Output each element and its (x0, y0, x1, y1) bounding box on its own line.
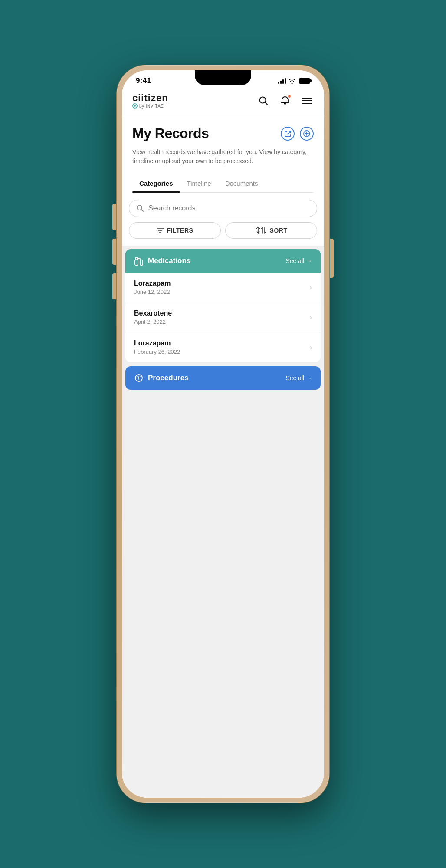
phone-frame: 9:41 (117, 65, 329, 803)
search-filter-section: FILTERS (122, 193, 324, 246)
medications-title: Medications (148, 256, 190, 265)
logo-sub-text: by INVITAE (139, 104, 164, 108)
main-content: My Records (122, 115, 324, 798)
svg-rect-16 (135, 260, 138, 265)
page-description: View health records we have gathered for… (132, 148, 314, 166)
sort-button[interactable]: SORT (225, 222, 317, 239)
wifi-icon (289, 78, 295, 84)
procedures-icon (134, 373, 144, 383)
record-date: February 26, 2022 (134, 349, 180, 355)
record-name: Lorazapam (134, 339, 180, 347)
battery-icon (299, 78, 310, 84)
record-date: June 12, 2022 (134, 289, 171, 295)
tab-documents[interactable]: Documents (218, 174, 265, 192)
logo-circle-icon (132, 103, 138, 108)
table-row[interactable]: Lorazapam February 26, 2022 › (125, 332, 321, 362)
status-bar: 9:41 (122, 70, 324, 89)
search-input[interactable] (148, 204, 310, 212)
page-title: My Records (132, 125, 209, 141)
procedures-section: Procedures See all → (125, 366, 321, 390)
logo-subtitle: by INVITAE (132, 103, 168, 108)
table-row[interactable]: Lorazapam June 12, 2022 › (125, 273, 321, 302)
menu-button[interactable] (300, 94, 314, 108)
tab-timeline[interactable]: Timeline (180, 174, 218, 192)
filters-button[interactable]: FILTERS (129, 222, 221, 239)
status-time: 9:41 (136, 76, 151, 85)
tabs-row: Categories Timeline Documents (132, 174, 314, 193)
svg-line-1 (265, 102, 268, 105)
notification-button[interactable] (278, 94, 292, 108)
add-record-button[interactable] (300, 127, 314, 141)
medications-icon (134, 256, 144, 266)
medications-see-all[interactable]: See all → (285, 257, 312, 264)
app-screen: 9:41 (122, 70, 324, 798)
filter-sort-row: FILTERS (129, 222, 317, 239)
export-button[interactable] (281, 127, 295, 141)
record-date: April 2, 2022 (134, 319, 172, 325)
svg-rect-18 (140, 260, 143, 265)
procedures-header[interactable]: Procedures See all → (125, 366, 321, 390)
medications-section: Medications See all → Lorazapam June 12,… (125, 249, 321, 362)
signal-icon (278, 78, 286, 84)
procedures-see-all[interactable]: See all → (285, 375, 312, 381)
search-bar[interactable] (129, 200, 317, 217)
svg-line-9 (141, 210, 144, 212)
status-icons (278, 78, 310, 84)
record-name: Lorazapam (134, 279, 171, 287)
page-title-row: My Records (132, 125, 314, 141)
search-button[interactable] (256, 94, 270, 108)
nav-bar: ciitizen by INVITAE (122, 89, 324, 115)
tab-categories[interactable]: Categories (132, 174, 180, 192)
table-row[interactable]: Bexarotene April 2, 2022 › (125, 302, 321, 332)
title-actions (281, 127, 314, 141)
record-name: Bexarotene (134, 309, 172, 317)
procedures-title: Procedures (148, 374, 189, 382)
medications-header[interactable]: Medications See all → (125, 249, 321, 273)
page-header: My Records (122, 115, 324, 193)
notification-badge (288, 95, 291, 98)
svg-rect-17 (138, 258, 140, 260)
chevron-right-icon: › (309, 283, 312, 292)
search-bar-icon (136, 204, 144, 212)
logo: ciitizen by INVITAE (132, 93, 168, 108)
svg-point-19 (135, 258, 138, 260)
nav-icons (256, 94, 314, 108)
chevron-right-icon: › (309, 313, 312, 322)
chevron-right-icon: › (309, 343, 312, 352)
notch (195, 70, 251, 85)
logo-text: ciitizen (132, 93, 168, 103)
phone-screen: 9:41 (122, 70, 324, 798)
